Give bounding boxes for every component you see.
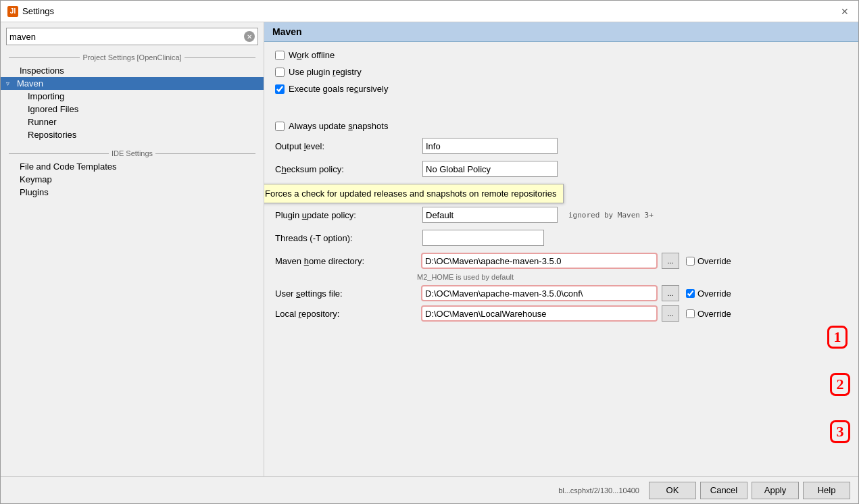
sidebar-item-runner[interactable]: Runner — [1, 116, 264, 128]
plugin-update-policy-select[interactable]: Default Always Never — [422, 207, 558, 223]
user-settings-file-browse-button[interactable]: ... — [662, 285, 679, 301]
annotation-3: 3 — [830, 420, 850, 443]
sidebar-item-ignored-files[interactable]: Ignored Files — [1, 103, 264, 116]
threads-label: Threads (-T option): — [275, 233, 417, 243]
threads-input[interactable] — [422, 230, 544, 246]
sidebar-item-importing[interactable]: Importing — [1, 90, 264, 103]
output-level-select-wrapper: Debug Info Warning Error — [422, 138, 558, 154]
main-content: ✕ Project Settings [OpenClinica] Inspect… — [1, 22, 858, 476]
always-update-snapshots-checkbox[interactable] — [275, 122, 285, 131]
checksum-policy-select[interactable]: No Global Policy Strict Lax — [422, 161, 558, 177]
multiproject-fail-policy-select-wrapper: Default At End Never — [422, 184, 558, 200]
annotation-2: 2 — [830, 373, 850, 396]
ide-settings-header: IDE Settings — [1, 147, 264, 160]
work-offline-row: Work offline — [275, 50, 848, 60]
cancel-button[interactable]: Cancel — [700, 482, 747, 499]
user-settings-override-wrapper: Override — [686, 288, 731, 299]
sidebar-item-file-code-templates[interactable]: File and Code Templates — [1, 160, 264, 173]
checksum-policy-row: Checksum policy: No Global Policy Strict… — [275, 161, 848, 177]
bottom-bar: bl...csphxt/2/130...10400 OK Cancel Appl… — [1, 476, 858, 503]
tree-toggle-icon: ▿ — [6, 80, 14, 87]
search-bar: ✕ — [6, 28, 258, 45]
sidebar-item-keymap[interactable]: Keymap — [1, 173, 264, 186]
panel-body: Work offline Use plugin registry Execute… — [264, 42, 858, 476]
user-settings-file-row: User settings file: ... Override — [275, 285, 848, 301]
plugin-update-policy-label: Plugin update policy: — [275, 210, 417, 220]
multiproject-fail-policy-select[interactable]: Default At End Never — [422, 184, 558, 200]
maven-home-directory-input[interactable] — [421, 253, 658, 269]
maven-home-directory-row: Maven home directory: ... Override — [275, 253, 848, 269]
plugin-update-policy-row: Plugin update policy: Default Always Nev… — [275, 207, 848, 223]
execute-goals-row: Execute goals recursively — [275, 84, 848, 94]
sidebar-item-plugins[interactable]: Plugins — [1, 186, 264, 199]
plugin-update-policy-select-wrapper: Default Always Never — [422, 207, 558, 223]
search-clear-button[interactable]: ✕ — [244, 31, 255, 42]
always-update-snapshots-label[interactable]: Always update snapshots — [289, 121, 388, 131]
local-repository-label: Local repository: — [275, 309, 417, 319]
execute-goals-checkbox[interactable] — [275, 84, 285, 94]
title-bar: JI Settings ✕ — [1, 1, 858, 22]
local-repository-input[interactable] — [421, 305, 658, 322]
app-icon: JI — [7, 6, 18, 17]
execute-goals-label[interactable]: Execute goals recursively — [289, 84, 388, 94]
local-repository-override-wrapper: Override — [686, 309, 731, 319]
left-panel: ✕ Project Settings [OpenClinica] Inspect… — [1, 22, 264, 476]
project-settings-header: Project Settings [OpenClinica] — [1, 51, 264, 64]
user-settings-override-label[interactable]: Override — [697, 288, 731, 299]
multiproject-fail-policy-row: Multiproject build fail policy: Default … — [275, 184, 848, 200]
sidebar-item-inspections[interactable]: Inspections — [1, 64, 264, 77]
maven-home-override-wrapper: Override — [686, 256, 731, 266]
local-repository-row: Local repository: ... Override — [275, 305, 848, 322]
status-text: bl...csphxt/2/130...10400 — [9, 486, 639, 495]
work-offline-checkbox[interactable] — [275, 51, 285, 60]
output-level-row: Output level: Debug Info Warning Error — [275, 138, 848, 154]
output-level-select[interactable]: Debug Info Warning Error — [422, 138, 558, 154]
multiproject-fail-policy-label: Multiproject build fail policy: — [275, 187, 417, 197]
annotation-1: 1 — [827, 326, 848, 349]
checksum-policy-label: Checksum policy: — [275, 164, 417, 174]
right-panel: Maven Work offline Use plugin registry — [264, 22, 858, 476]
work-offline-label[interactable]: Work offline — [289, 50, 335, 60]
title-bar-left: JI Settings — [7, 6, 54, 17]
checksum-policy-select-wrapper: No Global Policy Strict Lax — [422, 161, 558, 177]
apply-button[interactable]: Apply — [752, 482, 799, 499]
user-settings-override-checkbox[interactable] — [686, 289, 695, 298]
close-button[interactable]: ✕ — [838, 5, 852, 18]
search-input[interactable] — [9, 32, 244, 42]
threads-row: Threads (-T option): — [275, 230, 848, 246]
m2-home-hint: M2_HOME is used by default — [417, 273, 848, 281]
window-title: Settings — [22, 6, 54, 16]
maven-home-override-checkbox[interactable] — [686, 257, 695, 266]
settings-dialog: JI Settings ✕ ✕ Project Settings [OpenCl… — [0, 0, 859, 504]
panel-header: Maven — [264, 22, 858, 42]
output-level-label: Output level: — [275, 141, 417, 151]
maven-home-override-label[interactable]: Override — [697, 256, 731, 266]
maven-home-directory-browse-button[interactable]: ... — [662, 253, 679, 269]
use-plugin-registry-label[interactable]: Use plugin registry — [289, 67, 362, 77]
local-repository-override-checkbox[interactable] — [686, 309, 695, 318]
use-plugin-registry-row: Use plugin registry — [275, 67, 848, 77]
help-button[interactable]: Help — [803, 482, 850, 499]
ok-button[interactable]: OK — [649, 482, 696, 499]
local-repository-browse-button[interactable]: ... — [662, 305, 679, 322]
user-settings-file-label: User settings file: — [275, 288, 417, 299]
user-settings-file-input[interactable] — [421, 285, 658, 301]
sidebar-item-maven[interactable]: ▿ Maven — [1, 77, 264, 90]
maven-home-directory-label: Maven home directory: — [275, 256, 417, 266]
ignored-by-maven-note: ignored by Maven 3+ — [568, 211, 654, 220]
sidebar-item-repositories[interactable]: Repositories — [1, 128, 264, 141]
local-repository-override-label[interactable]: Override — [697, 309, 731, 319]
always-update-snapshots-row: Always update snapshots — [275, 121, 848, 131]
use-plugin-registry-checkbox[interactable] — [275, 68, 285, 77]
